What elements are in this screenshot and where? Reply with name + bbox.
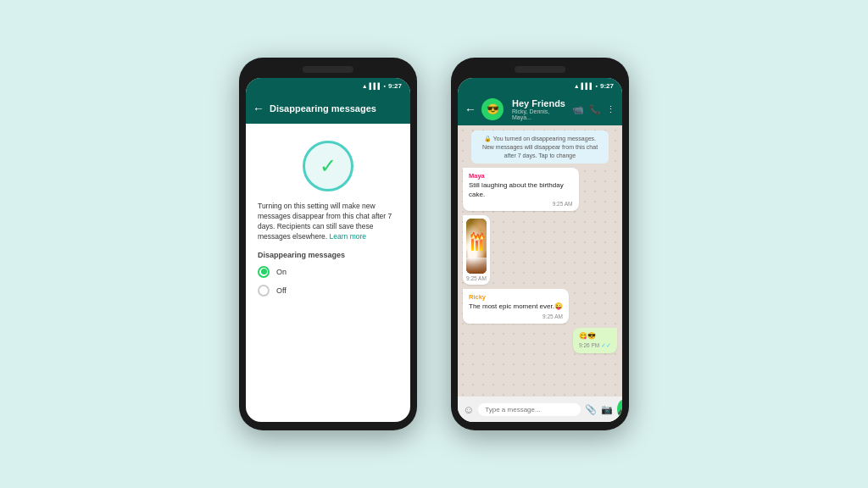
chat-subtitle: Ricky, Dennis, Maya... xyxy=(512,108,567,120)
group-avatar: 😎 xyxy=(481,98,504,120)
phone-notch xyxy=(303,66,353,73)
candle-2: 🔥 xyxy=(476,241,478,251)
message-input[interactable] xyxy=(478,403,581,416)
battery-icon-2: ▪ xyxy=(596,83,598,89)
cake-base xyxy=(466,258,487,274)
maya-time: 9:25 AM xyxy=(469,201,573,207)
own-time: 9:26 PM ✓✓ xyxy=(579,342,611,349)
status-bar-2: ▲ ▌▌▌ ▪ 9:27 xyxy=(458,78,622,93)
more-options-icon[interactable]: ⋮ xyxy=(606,104,615,115)
attach-button[interactable]: 📎 xyxy=(585,404,597,415)
chat-title-group: Hey Friends Ricky, Dennis, Maya... xyxy=(512,98,567,120)
input-bar: ☺ 📎 📷 🎤 xyxy=(458,396,622,422)
camera-button[interactable]: 📷 xyxy=(601,404,613,415)
signal-icon-2: ▌▌▌ xyxy=(581,83,594,89)
phone-2: ▲ ▌▌▌ ▪ 9:27 ← 😎 Hey Friends Ricky, Denn… xyxy=(451,58,629,430)
radio-on-button[interactable] xyxy=(258,266,270,278)
back-button-2[interactable]: ← xyxy=(465,103,476,116)
sender-maya: Maya xyxy=(469,172,573,180)
timer-icon: ✓ xyxy=(320,154,337,178)
radio-on-fill xyxy=(261,269,267,274)
own-text: 😋😎 xyxy=(579,332,611,341)
mic-icon: 🎤 xyxy=(617,404,622,415)
setting-label: Disappearing messages xyxy=(258,251,398,259)
emoji-button[interactable]: ☺ xyxy=(463,403,474,416)
sender-ricky: Ricky xyxy=(469,293,563,301)
phone-call-icon[interactable]: 📞 xyxy=(589,104,601,115)
radio-on[interactable]: On xyxy=(258,266,398,278)
message-ricky: Ricky The most epic moment ever.😜 9:25 A… xyxy=(463,289,569,323)
battery-icon: ▪ xyxy=(384,83,386,89)
candle-1: 🔥 xyxy=(471,239,474,251)
cake-image-bubble: 🔥 🔥 🔥 9:25 AM xyxy=(463,215,490,285)
candle-3: 🔥 xyxy=(480,240,482,251)
settings-content: ✓ Turning on this setting will make new … xyxy=(246,124,410,422)
clock: 9:27 xyxy=(388,82,402,90)
wifi-icon: ▲ xyxy=(362,83,368,89)
phone-notch-2 xyxy=(515,66,565,73)
timer-circle: ✓ xyxy=(303,141,353,191)
system-message[interactable]: 🔒 You turned on disappearing messages. N… xyxy=(471,130,609,164)
status-icons-2: ▲ ▌▌▌ ▪ xyxy=(574,83,598,89)
app-bar-1: ← Disappearing messages xyxy=(246,93,410,124)
radio-off-label: Off xyxy=(276,286,287,295)
wifi-icon-2: ▲ xyxy=(574,83,580,89)
clock-2: 9:27 xyxy=(600,82,614,90)
status-bar-1: ▲ ▌▌▌ ▪ 9:27 xyxy=(246,78,410,93)
cake-image-inner: 🔥 🔥 🔥 xyxy=(466,219,487,274)
chat-actions: 📹 📞 ⋮ xyxy=(572,104,615,115)
radio-on-label: On xyxy=(276,268,287,276)
screen-title: Disappearing messages xyxy=(270,103,403,114)
chat-title: Hey Friends xyxy=(512,98,567,108)
status-icons: ▲ ▌▌▌ ▪ xyxy=(362,83,386,89)
message-maya: Maya Still laughing about the birthday c… xyxy=(463,168,579,211)
maya-text: Still laughing about the birthday cake. xyxy=(469,181,573,199)
cake-image: 🔥 🔥 🔥 xyxy=(466,219,487,274)
image-time: 9:25 AM xyxy=(466,275,487,281)
learn-more-link[interactable]: Learn more xyxy=(330,232,366,241)
read-ticks: ✓✓ xyxy=(601,342,611,348)
timer-icon-wrapper: ✓ xyxy=(258,141,398,191)
chat-area: 🔒 You turned on disappearing messages. N… xyxy=(458,125,622,396)
ricky-text: The most epic moment ever.😜 xyxy=(469,302,563,311)
chat-app-bar: ← 😎 Hey Friends Ricky, Dennis, Maya... 📹… xyxy=(458,93,622,125)
phone-1-screen: ▲ ▌▌▌ ▪ 9:27 ← Disappearing messages ✓ T… xyxy=(246,78,410,422)
phone-2-screen: ▲ ▌▌▌ ▪ 9:27 ← 😎 Hey Friends Ricky, Denn… xyxy=(458,78,622,422)
back-button-1[interactable]: ← xyxy=(253,102,264,115)
radio-off-button[interactable] xyxy=(258,285,270,297)
signal-icon: ▌▌▌ xyxy=(370,83,382,89)
description-text: Turning on this setting will make new me… xyxy=(258,202,398,242)
radio-off[interactable]: Off xyxy=(258,285,398,297)
own-message: 😋😎 9:26 PM ✓✓ xyxy=(573,328,617,353)
video-call-icon[interactable]: 📹 xyxy=(572,104,584,115)
mic-button[interactable]: 🎤 xyxy=(617,400,622,419)
ricky-time: 9:25 AM xyxy=(469,313,563,319)
phone-1: ▲ ▌▌▌ ▪ 9:27 ← Disappearing messages ✓ T… xyxy=(239,58,417,430)
